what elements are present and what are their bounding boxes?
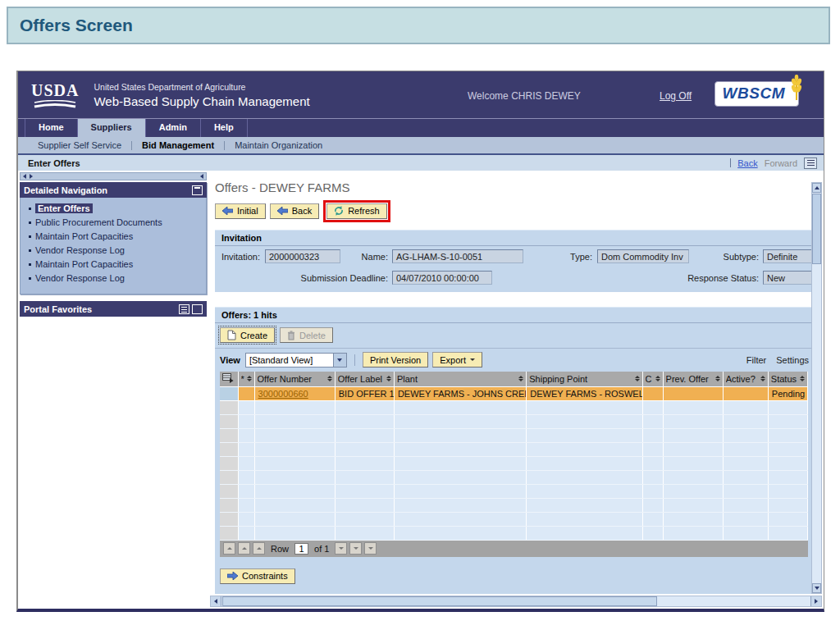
wbscm-logo-text: WBSCM [723, 84, 785, 102]
sidebar-item-maintain-port-capacities[interactable]: Maintain Port Capacities [25, 230, 203, 244]
offer-number-link[interactable]: 3000000660 [258, 389, 308, 399]
detailed-navigation-header: Detailed Navigation [20, 182, 207, 198]
status-cell: Pending [768, 386, 807, 400]
subnav-item-supplier-self-service[interactable]: Supplier Self Service [28, 140, 131, 150]
column-header-star[interactable]: * [238, 372, 254, 386]
history-menu-icon[interactable] [804, 158, 817, 169]
column-header-plant[interactable]: Plant [394, 372, 526, 386]
vertical-scrollbar-thumb[interactable] [812, 194, 821, 264]
vertical-scrollbar [811, 182, 822, 594]
empty-row [220, 400, 808, 414]
dropdown-arrow-icon[interactable] [333, 353, 347, 368]
arrow-right-icon [227, 572, 238, 580]
scroll-left-icon[interactable] [23, 174, 26, 179]
refresh-highlight-annotation: Refresh [323, 200, 390, 222]
wbscm-logo: WBSCM [714, 81, 799, 107]
invitation-fields: Invitation: 2000000323 Name: AG-LHAM-S-1… [215, 249, 814, 292]
masthead: USDA United States Department of Agricul… [18, 71, 824, 119]
usda-swoosh [34, 100, 76, 109]
invitation-section-title: Invitation [215, 230, 814, 246]
row-count-label: of 1 [314, 544, 329, 554]
tab-home[interactable]: Home [25, 119, 78, 137]
previous-row-button[interactable] [253, 542, 265, 555]
back-button[interactable]: Back [270, 203, 319, 219]
select-all-header[interactable] [220, 372, 238, 386]
current-row-input[interactable] [294, 543, 308, 555]
row-label: Row [271, 544, 289, 554]
horizontal-scrollbar-thumb[interactable] [222, 596, 657, 606]
delete-button[interactable]: Delete [280, 327, 333, 343]
tab-suppliers[interactable]: Suppliers [78, 119, 146, 137]
row-selector-cell[interactable] [220, 386, 238, 400]
offers-toolbar: Initial Back [215, 200, 824, 221]
export-button[interactable]: Export [432, 352, 482, 368]
sidebar-item-vendor-response-log[interactable]: Vendor Response Log [25, 244, 203, 258]
main-region: Detailed Navigation Enter OffersPublic P… [18, 171, 824, 609]
detailed-navigation-list: Enter OffersPublic Procurement Documents… [20, 198, 207, 294]
response-status-label: Response Status: [677, 273, 759, 283]
star-cell [238, 386, 254, 400]
column-header-shipping-point[interactable]: Shipping Point [527, 372, 642, 386]
column-header-prev-offer[interactable]: Prev. Offer [663, 372, 723, 386]
view-dropdown-value[interactable]: [Standard View] [245, 353, 334, 368]
next-page-button[interactable] [349, 542, 362, 555]
view-dropdown[interactable]: [Standard View] [245, 353, 347, 368]
sidebar-item-maintain-port-capacities[interactable]: Maintain Port Capacities [25, 258, 203, 272]
row-selector-cell [220, 470, 238, 484]
page-title: Enter Offers [28, 158, 80, 168]
history-forward-link[interactable]: Forward [765, 158, 797, 168]
app-window: USDA United States Department of Agricul… [16, 71, 824, 612]
initial-button[interactable]: Initial [215, 203, 266, 219]
history-back-link[interactable]: Back [737, 158, 757, 168]
offers-actions: Create Delete [215, 323, 814, 349]
column-header-c[interactable]: C [642, 372, 663, 386]
sidebar-item-enter-offers[interactable]: Enter Offers [25, 202, 203, 216]
subnav-item-bid-management[interactable]: Bid Management [132, 140, 224, 150]
masthead-titles: United States Department of Agriculture … [94, 82, 309, 108]
filter-link[interactable]: Filter [746, 355, 766, 365]
refresh-button[interactable]: Refresh [326, 203, 387, 219]
offer-row: 3000000660BID OFFER 1DEWEY FARMS - JOHNS… [220, 386, 808, 400]
offers-section-title: Offers: 1 hits [215, 307, 814, 323]
empty-row [220, 512, 808, 526]
column-header-active[interactable]: Active? [723, 372, 768, 386]
empty-row [220, 484, 808, 498]
collapse-panel-icon[interactable] [200, 174, 203, 179]
scroll-left-icon[interactable] [211, 596, 221, 606]
maximize-icon[interactable] [192, 304, 203, 314]
submission-deadline-label: Submission Deadline: [265, 273, 388, 283]
previous-page-button[interactable] [238, 542, 250, 555]
create-button[interactable]: Create [220, 327, 275, 343]
submission-deadline-field: 04/07/2010 00:00:00 [392, 271, 492, 285]
wheat-icon [791, 75, 802, 103]
next-row-button[interactable] [335, 542, 347, 555]
tab-admin[interactable]: Admin [146, 119, 201, 137]
print-version-button[interactable]: Print Version [363, 352, 428, 368]
column-header-offer-number[interactable]: Offer Number [254, 372, 335, 386]
sidebar-item-public-procurement-documents[interactable]: Public Procurement Documents [25, 216, 203, 230]
column-header-status[interactable]: Status [768, 372, 807, 386]
scroll-up-icon[interactable] [812, 183, 821, 193]
empty-row [220, 456, 808, 470]
column-header-offer-label[interactable]: Offer Label [335, 372, 394, 386]
scroll-right-icon[interactable] [810, 596, 821, 606]
sort-icon [635, 376, 640, 381]
content-area: Offers - DEWEY FARMS Initial Back [208, 171, 824, 609]
invitation-name-field: AG-LHAM-S-10-0051 [392, 249, 523, 263]
options-menu-icon[interactable] [179, 304, 189, 314]
constraints-button[interactable]: Constraints [220, 568, 295, 584]
last-row-button[interactable] [364, 542, 377, 555]
offers-table: *Offer NumberOffer LabelPlantShipping Po… [220, 372, 808, 541]
settings-link[interactable]: Settings [776, 355, 809, 365]
arrow-left-icon [222, 207, 233, 215]
log-off-link[interactable]: Log Off [660, 90, 692, 102]
table-toolbar: View [Standard View] Print Version Expor… [215, 349, 814, 372]
scroll-down-icon[interactable] [812, 583, 821, 593]
subnav-item-maintain-organization[interactable]: Maintain Organization [225, 140, 332, 150]
minimize-icon[interactable] [192, 185, 203, 195]
prev-offer-cell [663, 386, 723, 400]
first-row-button[interactable] [223, 542, 235, 555]
scroll-right-icon[interactable] [30, 174, 33, 179]
sidebar-item-vendor-response-log[interactable]: Vendor Response Log [25, 272, 203, 285]
tab-help[interactable]: Help [201, 119, 248, 137]
